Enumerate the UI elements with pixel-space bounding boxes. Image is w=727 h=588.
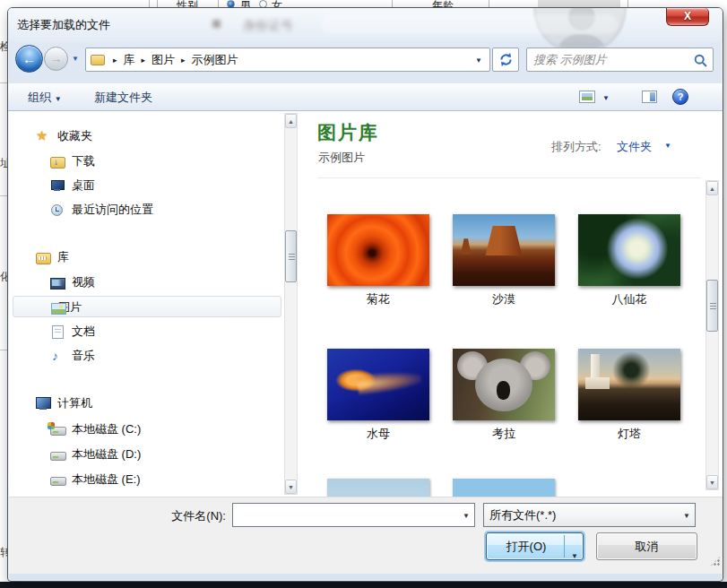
views-icon[interactable] — [579, 91, 595, 103]
sidebar-item-computer[interactable]: 计算机 — [9, 393, 282, 414]
sidebar-item-pictures[interactable]: 图片 — [13, 296, 281, 317]
computer-icon — [36, 396, 51, 411]
resize-grip[interactable] — [710, 556, 721, 566]
forward-button[interactable]: → — [44, 47, 68, 71]
scroll-down-icon[interactable]: ▼ — [706, 475, 718, 489]
dialog-footer: 文件名(N): ▼ 所有文件(*.*) ▼ 打开(O) ▼ 取消 — [9, 497, 723, 574]
split-divider — [564, 535, 565, 558]
help-icon[interactable]: ? — [672, 89, 688, 105]
breadcrumb-sample-pictures[interactable]: 示例图片 — [192, 52, 238, 68]
file-item[interactable] — [327, 479, 429, 497]
thumbnail-jellyfish[interactable] — [327, 349, 429, 420]
library-title: 图片库 — [317, 120, 379, 145]
thumbnail-desert[interactable] — [453, 214, 555, 286]
scroll-up-icon[interactable]: ▲ — [285, 114, 297, 128]
open-dropdown-icon[interactable]: ▼ — [571, 543, 578, 569]
sidebar-item-libraries[interactable]: 库 — [9, 246, 282, 268]
file-item[interactable]: 沙漠 — [453, 214, 555, 307]
chevron-down-icon[interactable]: ▼ — [683, 512, 690, 520]
background-left-strip: 检 址 化 转 — [0, 0, 7, 582]
edge-glyph: 检 — [0, 39, 7, 55]
sidebar-item-downloads[interactable]: 下载 — [9, 151, 282, 172]
views-dropdown-icon[interactable]: ▼ — [602, 94, 610, 102]
edge-glyph: 化 — [0, 270, 7, 285]
thumbnail-tulips-partial[interactable] — [453, 479, 555, 497]
scrollbar-thumb[interactable] — [706, 280, 718, 332]
file-item[interactable]: 考拉 — [453, 349, 555, 442]
file-item[interactable]: 八仙花 — [578, 214, 680, 307]
recent-pages-dropdown-icon[interactable]: ▼ — [72, 55, 79, 63]
file-label: 菊花 — [327, 291, 429, 307]
pictures-icon — [51, 300, 66, 315]
file-item[interactable]: 菊花 — [327, 214, 429, 307]
sidebar-item-disk-c[interactable]: 本地磁盘 (C:) — [9, 419, 282, 440]
thumbnail-hydrangea[interactable] — [578, 214, 680, 286]
search-input[interactable] — [533, 51, 686, 68]
table-border — [0, 195, 7, 196]
filetype-value: 所有文件(*.*) — [489, 507, 556, 523]
main-area: 收藏夹 下载 桌面 最近访问的位置 库 视频 图片 文档 — [9, 111, 723, 497]
new-folder-button[interactable]: 新建文件夹 — [94, 90, 152, 106]
file-label: 八仙花 — [578, 291, 680, 307]
organize-menu[interactable]: 组织 ▼ — [28, 90, 62, 106]
arrange-by-value[interactable]: 文件夹 — [617, 139, 652, 155]
scroll-down-icon[interactable]: ▼ — [285, 480, 297, 494]
file-item[interactable]: 灯塔 — [578, 349, 680, 442]
thumbnail-lighthouse[interactable] — [578, 349, 680, 420]
desktop-icon — [50, 178, 65, 193]
back-button[interactable]: ← — [15, 45, 43, 73]
breadcrumb-arrow-icon[interactable]: ▸ — [113, 56, 117, 65]
thumbnail-koala[interactable] — [453, 349, 555, 420]
sidebar-item-desktop[interactable]: 桌面 — [9, 175, 282, 196]
blurred-bullet — [212, 20, 221, 28]
table-border — [0, 82, 7, 83]
thumbnail-chrysanthemum[interactable] — [327, 214, 429, 286]
breadcrumb[interactable]: ▸ 库 ▸ 图片 ▸ 示例图片 ▼ — [85, 48, 490, 72]
arrange-dropdown-icon[interactable]: ▼ — [664, 142, 671, 150]
content-scrollbar[interactable]: ▲ ▼ — [705, 180, 719, 490]
filename-label: 文件名(N): — [125, 508, 226, 524]
sidebar-item-videos[interactable]: 视频 — [9, 272, 282, 293]
edge-glyph: 转 — [0, 545, 7, 560]
file-item[interactable]: 水母 — [327, 349, 429, 442]
sidebar-scrollbar[interactable]: ▲ ▼ — [284, 113, 298, 495]
recent-places-icon — [50, 203, 65, 217]
cancel-button[interactable]: 取消 — [596, 532, 697, 560]
file-item[interactable] — [453, 479, 555, 497]
breadcrumb-arrow-icon[interactable]: ▸ — [181, 56, 186, 65]
open-button[interactable]: 打开(O) ▼ — [486, 532, 584, 560]
sidebar-item-disk-d[interactable]: 本地磁盘 (D:) — [9, 444, 282, 465]
blurred-background-text: 身份证号 — [243, 18, 293, 34]
scrollbar-thumb[interactable] — [285, 230, 297, 282]
breadcrumb-arrow-icon[interactable]: ▸ — [142, 56, 146, 65]
libraries-icon — [36, 250, 51, 264]
thumbnail-penguins-partial[interactable] — [327, 479, 429, 497]
search-icon[interactable] — [694, 54, 707, 67]
filename-combobox[interactable]: ▼ — [232, 503, 475, 527]
breadcrumb-libraries[interactable]: 库 — [124, 52, 135, 68]
sidebar-item-documents[interactable]: 文档 — [9, 321, 282, 342]
filename-input[interactable] — [236, 506, 451, 523]
sidebar-item-disk-e[interactable]: 本地磁盘 (E:) — [9, 469, 282, 490]
chevron-down-icon: ▼ — [55, 95, 62, 103]
scroll-up-icon[interactable]: ▲ — [706, 181, 718, 195]
file-label: 灯塔 — [578, 426, 680, 442]
sidebar-item-music[interactable]: 音乐 — [9, 345, 282, 367]
filetype-combobox[interactable]: 所有文件(*.*) ▼ — [483, 503, 696, 527]
refresh-button[interactable] — [492, 48, 519, 72]
preview-pane-icon[interactable] — [642, 91, 657, 103]
sidebar-item-favorites[interactable]: 收藏夹 — [9, 125, 282, 147]
refresh-icon — [498, 52, 514, 67]
address-dropdown-icon[interactable]: ▼ — [475, 56, 482, 65]
documents-icon — [50, 324, 65, 339]
chevron-down-icon[interactable]: ▼ — [463, 512, 470, 520]
title-bar[interactable]: 身份证号 选择要加载的文件 X — [8, 8, 723, 42]
star-icon — [36, 129, 51, 143]
blurred-background-field — [322, 14, 618, 34]
disk-icon — [50, 447, 65, 462]
sidebar-item-recent-places[interactable]: 最近访问的位置 — [9, 199, 282, 220]
breadcrumb-pictures[interactable]: 图片 — [151, 52, 175, 68]
dialog-title: 选择要加载的文件 — [17, 17, 110, 33]
windows-flag-icon — [48, 422, 55, 429]
close-button[interactable]: X — [666, 8, 709, 26]
